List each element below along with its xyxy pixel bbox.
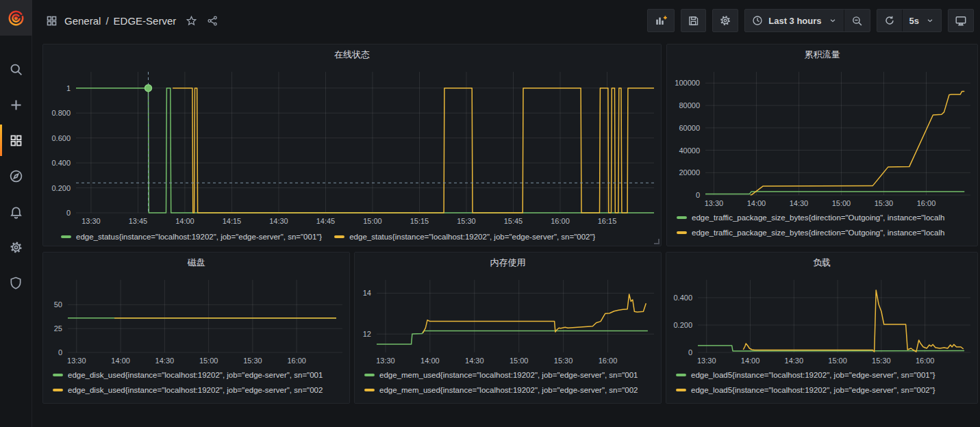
svg-text:40000: 40000 (679, 146, 700, 155)
legend-item[interactable]: edge_mem_used{instance="localhost:19202"… (364, 383, 661, 398)
legend-label: edge_status{instance="localhost:19202", … (76, 233, 322, 241)
svg-text:15:00: 15:00 (363, 217, 382, 225)
legend-item[interactable]: edge_load5{instance="localhost:19202", j… (676, 383, 977, 398)
legend-item[interactable]: edge_load5{instance="localhost:19202", j… (676, 367, 977, 383)
legend-item[interactable]: edge_status{instance="localhost:19202", … (334, 228, 595, 246)
dashboard-settings-button[interactable] (712, 9, 738, 32)
svg-text:15:00: 15:00 (510, 357, 529, 365)
sidebar-item-dashboards[interactable] (0, 131, 32, 149)
panel-title[interactable]: 累积流量 (805, 49, 840, 61)
refresh-interval-label: 5s (909, 16, 919, 26)
zoom-out-time-button[interactable] (844, 10, 870, 31)
svg-text:14:30: 14:30 (155, 357, 175, 365)
svg-text:12: 12 (363, 330, 371, 338)
series-color-swatch (61, 235, 71, 238)
legend-label: edge_traffic_package_size_bytes{directio… (692, 214, 944, 222)
cycle-view-mode-button[interactable] (948, 9, 974, 32)
sidebar (0, 0, 32, 427)
star-icon (186, 15, 197, 27)
sidebar-item-create[interactable] (0, 96, 32, 114)
panel-header[interactable]: 内存使用 (355, 253, 661, 273)
svg-text:16:00: 16:00 (551, 217, 570, 225)
compass-icon (9, 169, 23, 183)
panel-title[interactable]: 磁盘 (188, 257, 205, 269)
panel-header[interactable]: 在线状态 (43, 44, 661, 65)
add-panel-button[interactable] (647, 9, 675, 32)
dashboard-toolbar: Last 3 hours 5s (647, 9, 974, 32)
gear-icon (9, 240, 23, 255)
panel-title[interactable]: 内存使用 (490, 257, 526, 269)
svg-text:13:30: 13:30 (67, 357, 86, 365)
series-color-swatch (53, 374, 63, 376)
legend-item[interactable]: edge_status{instance="localhost:19202", … (61, 228, 322, 246)
breadcrumb-folder[interactable]: General (64, 15, 101, 27)
time-range-label: Last 3 hours (768, 16, 821, 26)
svg-text:13:30: 13:30 (705, 199, 724, 207)
share-icon (207, 15, 218, 27)
legend-item[interactable]: edge_disk_used{instance="localhost:19202… (53, 367, 349, 383)
online-status-chart[interactable]: 13:3013:4514:0014:1514:3014:4515:0015:15… (43, 65, 661, 228)
svg-text:0.200: 0.200 (673, 321, 692, 329)
sidebar-item-server-admin[interactable] (0, 274, 32, 292)
series-color-swatch (364, 374, 375, 376)
svg-text:14:30: 14:30 (269, 217, 288, 225)
disk-chart[interactable]: 13:3014:0014:3015:0015:3016:0002550 (43, 273, 349, 367)
legend-item[interactable]: edge_disk_used{instance="localhost:19202… (53, 383, 349, 398)
panel-header[interactable]: 累积流量 (667, 44, 977, 65)
svg-text:15:45: 15:45 (504, 217, 523, 225)
svg-text:1: 1 (66, 84, 71, 92)
svg-text:0: 0 (58, 348, 62, 357)
legend-label: edge_mem_used{instance="localhost:19202"… (379, 386, 638, 394)
sidebar-item-alerting[interactable] (0, 203, 32, 220)
navbar: General / EDGE-Server Last 3 hours (32, 0, 980, 41)
memory-usage-chart[interactable]: 13:3014:0014:3015:0015:3016:001214 (355, 273, 661, 367)
panel-cumulative-traffic: 累积流量 13:3014:0014:3015:0015:3016:0002000… (666, 44, 978, 246)
panel-title[interactable]: 负载 (813, 257, 831, 269)
save-dashboard-button[interactable] (681, 9, 706, 32)
sidebar-item-explore[interactable] (0, 167, 32, 185)
svg-text:14:00: 14:00 (420, 357, 440, 365)
panel-disk: 磁盘 13:3014:0014:3015:0015:3016:0002550 e… (42, 252, 350, 404)
panel-resize-handle[interactable] (654, 239, 659, 244)
svg-text:14:00: 14:00 (747, 199, 766, 207)
legend-item[interactable]: edge_traffic_package_size_bytes{directio… (677, 225, 977, 240)
breadcrumb-dashboard-title[interactable]: EDGE-Server (114, 15, 177, 27)
time-range-picker[interactable]: Last 3 hours (745, 10, 843, 31)
series-color-swatch (677, 231, 687, 234)
panel-legend: edge_traffic_package_size_bytes{directio… (667, 210, 977, 240)
panel-title[interactable]: 在线状态 (334, 49, 370, 61)
series-color-swatch (676, 389, 686, 391)
svg-text:14:30: 14:30 (790, 199, 809, 207)
gear-icon (719, 14, 731, 27)
mark-favorite-button[interactable] (186, 15, 197, 27)
zoom-out-icon (851, 15, 863, 27)
share-dashboard-button[interactable] (207, 15, 218, 27)
chart-area: 13:3014:0014:3015:0015:3016:0000.2000.40… (666, 273, 977, 367)
legend-item[interactable]: edge_traffic_package_size_bytes{directio… (677, 210, 977, 225)
refresh-interval-dropdown[interactable]: 5s (902, 10, 941, 31)
svg-text:25: 25 (54, 324, 62, 333)
grafana-logo[interactable] (0, 0, 32, 36)
chart-area: 13:3014:0014:3015:0015:3016:000200004000… (667, 65, 977, 210)
svg-text:14:00: 14:00 (175, 217, 194, 225)
panel-header[interactable]: 负载 (666, 253, 977, 273)
chevron-down-icon (829, 16, 837, 25)
series-color-swatch (677, 216, 687, 219)
panel-header[interactable]: 磁盘 (43, 253, 349, 273)
bell-icon (9, 205, 23, 219)
legend-item[interactable]: edge_mem_used{instance="localhost:19202"… (364, 367, 661, 383)
svg-text:14:00: 14:00 (741, 357, 760, 365)
series-color-swatch (364, 389, 375, 391)
cumulative-traffic-chart[interactable]: 13:3014:0014:3015:0015:3016:000200004000… (667, 65, 977, 210)
chart-area: 13:3014:0014:3015:0015:3016:001214 (355, 273, 661, 367)
svg-text:100000: 100000 (675, 79, 700, 87)
load-chart[interactable]: 13:3014:0014:3015:0015:3016:0000.2000.40… (666, 273, 977, 367)
panel-memory-usage: 内存使用 13:3014:0014:3015:0015:3016:001214 … (354, 252, 662, 404)
svg-text:14:15: 14:15 (223, 217, 242, 225)
time-controls: Last 3 hours (744, 9, 870, 32)
sidebar-item-configuration[interactable] (0, 238, 32, 256)
refresh-button[interactable] (877, 10, 902, 31)
grafana-logo-icon (7, 9, 25, 27)
svg-text:0.600: 0.600 (51, 134, 71, 142)
sidebar-item-search[interactable] (0, 60, 32, 78)
